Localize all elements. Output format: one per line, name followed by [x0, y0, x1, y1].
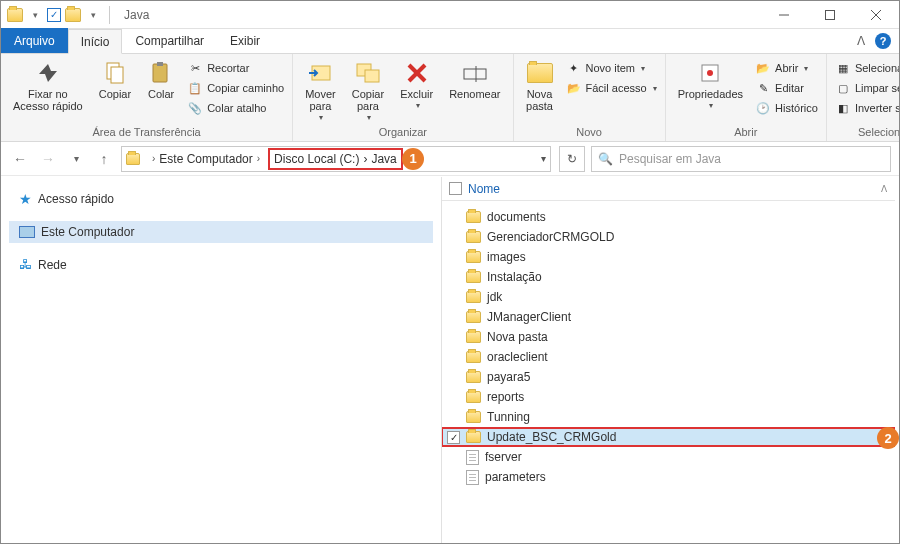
tree-this-pc[interactable]: Este Computador	[9, 221, 433, 243]
move-to-button[interactable]: Mover para▾	[299, 56, 342, 123]
file-row[interactable]: fserver	[441, 447, 895, 467]
copy-to-button[interactable]: Copiar para▾	[346, 56, 390, 123]
delete-button[interactable]: Excluir▾	[394, 56, 439, 111]
tree-quick-access[interactable]: ★Acesso rápido	[9, 187, 433, 211]
rename-button[interactable]: Renomear	[443, 56, 506, 100]
pin-to-quick-access-button[interactable]: Fixar no Acesso rápido	[7, 56, 89, 112]
select-all-checkbox[interactable]	[449, 182, 462, 195]
new-folder-button[interactable]: Nova pasta	[520, 56, 560, 112]
file-row[interactable]: Tunning	[441, 407, 895, 427]
tab-view[interactable]: Exibir	[217, 28, 273, 53]
scissors-icon: ✂	[187, 60, 203, 76]
file-row[interactable]: ✓Update_BSC_CRMGold2	[441, 427, 895, 447]
history-button[interactable]: 🕑Histórico	[753, 99, 820, 117]
close-button[interactable]	[853, 1, 899, 29]
tab-home[interactable]: Início	[68, 29, 123, 54]
edit-icon: ✎	[755, 80, 771, 96]
pin-icon	[34, 60, 62, 86]
new-item-button[interactable]: ✦Novo item▾	[564, 59, 659, 77]
edit-button[interactable]: ✎Editar	[753, 79, 820, 97]
clear-selection-button[interactable]: ▢Limpar seleção	[833, 79, 900, 97]
file-name: images	[487, 250, 526, 264]
chevron-down-icon: ▾	[709, 102, 713, 111]
file-row[interactable]: oracleclient	[441, 347, 895, 367]
search-box[interactable]: 🔍 Pesquisar em Java	[591, 146, 891, 172]
file-row[interactable]: parameters	[441, 467, 895, 487]
checked-folder-icon[interactable]: ✓	[47, 8, 61, 22]
copy-path-button[interactable]: 📋Copiar caminho	[185, 79, 286, 97]
up-button[interactable]: ↑	[93, 148, 115, 170]
paste-shortcut-button[interactable]: 📎Colar atalho	[185, 99, 286, 117]
file-row[interactable]: images	[441, 247, 895, 267]
group-new: Nova pasta ✦Novo item▾ 📂Fácil acesso▾ No…	[514, 54, 666, 141]
window-controls	[761, 1, 899, 29]
file-row[interactable]: Instalação	[441, 267, 895, 287]
open-button[interactable]: 📂Abrir▾	[753, 59, 820, 77]
pane-divider[interactable]	[441, 177, 442, 543]
back-button[interactable]: ←	[9, 148, 31, 170]
breadcrumb-highlighted[interactable]: Disco Local (C:)›Java	[268, 148, 403, 170]
file-row[interactable]: JManagerClient	[441, 307, 895, 327]
breadcrumb-root[interactable]: ›Este Computador›	[144, 147, 264, 171]
chevron-down-icon: ▾	[804, 64, 808, 73]
group-organize: Mover para▾ Copiar para▾ Excluir▾ Renome…	[293, 54, 513, 141]
file-name: payara5	[487, 370, 530, 384]
star-icon: ★	[19, 191, 32, 207]
group-label-new: Novo	[520, 124, 659, 141]
copy-button[interactable]: Copiar	[93, 56, 137, 100]
tree-network[interactable]: 🖧Rede	[9, 253, 433, 276]
chevron-down-icon: ▾	[641, 64, 645, 73]
file-name: reports	[487, 390, 524, 404]
open-icon: 📂	[755, 60, 771, 76]
select-all-button[interactable]: ▦Selecionar tudo	[833, 59, 900, 77]
refresh-button[interactable]: ↻	[559, 146, 585, 172]
properties-button[interactable]: Propriedades▾	[672, 56, 749, 111]
chevron-down-icon[interactable]: ▾	[85, 7, 101, 23]
shortcut-icon: 📎	[187, 100, 203, 116]
rename-icon	[461, 60, 489, 86]
checkbox-icon[interactable]: ✓	[447, 431, 460, 444]
address-bar[interactable]: ›Este Computador› Disco Local (C:)›Java …	[121, 146, 551, 172]
paste-button[interactable]: Colar	[141, 56, 181, 100]
cut-button[interactable]: ✂Recortar	[185, 59, 286, 77]
minimize-button[interactable]	[761, 1, 807, 29]
new-folder-icon	[526, 60, 554, 86]
sparkle-icon: ✦	[566, 60, 582, 76]
file-name: oracleclient	[487, 350, 548, 364]
file-name: GerenciadorCRMGOLD	[487, 230, 614, 244]
file-row[interactable]: payara5	[441, 367, 895, 387]
folder-icon	[466, 211, 481, 223]
help-icon[interactable]: ?	[875, 33, 891, 49]
file-row[interactable]: documents	[441, 207, 895, 227]
maximize-button[interactable]	[807, 1, 853, 29]
tab-share[interactable]: Compartilhar	[122, 28, 217, 53]
file-list-pane: Nome ᐱ documentsGerenciadorCRMGOLDimages…	[441, 177, 899, 543]
recent-locations-button[interactable]: ▾	[65, 148, 87, 170]
copy-to-icon	[354, 60, 382, 86]
file-row[interactable]: GerenciadorCRMGOLD	[441, 227, 895, 247]
group-clipboard: Fixar no Acesso rápido Copiar Colar ✂Rec…	[1, 54, 293, 141]
file-name: fserver	[485, 450, 522, 464]
file-row[interactable]: jdk	[441, 287, 895, 307]
file-row[interactable]: reports	[441, 387, 895, 407]
chevron-down-icon[interactable]: ▾	[541, 153, 546, 164]
column-header-name[interactable]: Nome ᐱ	[441, 177, 895, 201]
file-name: Nova pasta	[487, 330, 548, 344]
easy-access-button[interactable]: 📂Fácil acesso▾	[564, 79, 659, 97]
sort-indicator-icon: ᐱ	[881, 184, 887, 194]
tab-file[interactable]: Arquivo	[1, 28, 68, 53]
delete-icon	[403, 60, 431, 86]
content-area: ★Acesso rápido Este Computador 🖧Rede Nom…	[1, 177, 899, 543]
ribbon: Fixar no Acesso rápido Copiar Colar ✂Rec…	[1, 54, 899, 142]
folder-icon	[466, 271, 481, 283]
file-row[interactable]: Nova pasta	[441, 327, 895, 347]
quick-access-toolbar: ▾ ✓ ▾ Java	[1, 1, 155, 28]
copy-path-icon: 📋	[187, 80, 203, 96]
folder-icon	[466, 371, 481, 383]
file-icon	[466, 450, 479, 465]
invert-selection-button[interactable]: ◧Inverter seleção	[833, 99, 900, 117]
forward-button[interactable]: →	[37, 148, 59, 170]
folder-icon	[466, 231, 481, 243]
collapse-ribbon-icon[interactable]: ᐱ	[857, 34, 865, 48]
chevron-down-icon[interactable]: ▾	[27, 7, 43, 23]
